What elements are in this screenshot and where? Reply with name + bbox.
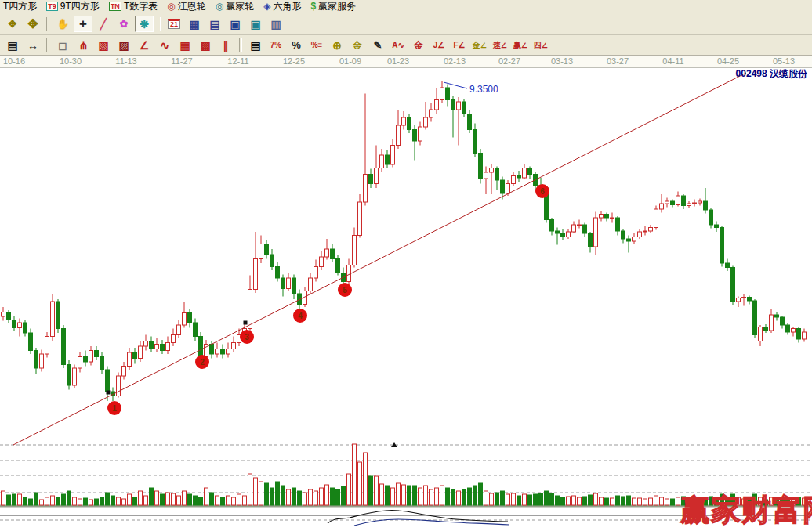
menu-item-3[interactable]: TNT数字表: [107, 0, 165, 13]
menu-item-4[interactable]: ◎江恩轮: [165, 0, 212, 13]
angle-rays-button[interactable]: ∠: [135, 37, 154, 53]
gann-trendline[interactable]: [13, 73, 746, 445]
volume-bar: [545, 491, 549, 505]
trendline-handle[interactable]: [244, 321, 248, 325]
volume-bar: [292, 488, 296, 505]
candle: [13, 316, 16, 331]
candle: [320, 251, 324, 271]
calculator-button[interactable]: ▦: [185, 16, 204, 32]
gold-angle-button[interactable]: 金∠: [470, 37, 489, 53]
candle: [512, 172, 516, 186]
calendar-button[interactable]: 21: [165, 16, 183, 32]
trendline-tool-icon: ╱: [100, 19, 107, 29]
gold-circle-button[interactable]: ⊕: [328, 37, 346, 53]
scale-list-button[interactable]: ▤: [246, 37, 265, 53]
volume-bar: [216, 496, 219, 505]
save-button[interactable]: ▣: [226, 16, 245, 32]
brush-button[interactable]: ✎: [368, 37, 387, 53]
grid-button[interactable]: ▦: [176, 37, 194, 53]
bar-width-button[interactable]: ↔: [24, 37, 42, 53]
save-web-button[interactable]: ▣: [246, 16, 265, 32]
menu-item-5[interactable]: ◎赢家轮: [213, 0, 261, 13]
menu-item-1[interactable]: T四方形: [1, 0, 44, 13]
candle: [775, 312, 779, 321]
fan-box-button[interactable]: ▧: [94, 37, 113, 53]
candle: [589, 232, 593, 253]
candle: [216, 343, 219, 358]
candle: [572, 222, 576, 234]
four-angle-icon: 四∠: [534, 42, 548, 49]
trendline-tool-button[interactable]: ╱: [94, 16, 113, 32]
zoom-compress-button[interactable]: ✥: [3, 16, 22, 32]
volume-bar: [270, 488, 274, 505]
percent-button[interactable]: %: [287, 37, 306, 53]
toolbar-separator: [46, 17, 49, 31]
volume-bar: [397, 483, 401, 505]
gann-fan-button[interactable]: ⋔: [74, 37, 92, 53]
candle: [254, 232, 258, 293]
grid-icon: ▦: [179, 40, 190, 51]
candle: [561, 229, 565, 241]
volume-bar: [166, 493, 170, 505]
parallel-lines-button[interactable]: ∥: [216, 37, 235, 53]
select-box-button[interactable]: ◻: [53, 37, 72, 53]
toolbar-primary: ✥✥✋+╱✿❋21▦▤▣▣▥: [0, 13, 812, 35]
brain-tool-button[interactable]: ❋: [135, 16, 154, 32]
ruler-ticks-button[interactable]: ▤: [3, 37, 22, 53]
send-pc-button[interactable]: ▥: [266, 16, 285, 32]
volume-bar: [375, 476, 379, 505]
candle: [391, 139, 395, 168]
j-angle-button[interactable]: J∠: [430, 37, 448, 53]
four-angle-button[interactable]: 四∠: [531, 37, 550, 53]
winner-wheel-icon: ◎: [216, 2, 223, 11]
zoom-expand-button[interactable]: ✥: [24, 16, 42, 32]
win-angle-button[interactable]: 赢∠: [511, 37, 530, 53]
calculator-icon: ▦: [189, 19, 199, 30]
volume-bar: [594, 493, 598, 505]
candle: [353, 228, 357, 268]
indicator-line-blue: [354, 519, 509, 526]
notebook-button[interactable]: ▤: [205, 16, 224, 32]
candle: [155, 338, 159, 352]
wave-a-button[interactable]: A∿: [389, 37, 408, 53]
candle: [803, 329, 807, 342]
hand-tool-button[interactable]: ✋: [53, 16, 72, 32]
candle: [100, 352, 104, 374]
candle: [2, 307, 5, 321]
candle: [451, 96, 455, 138]
speed-angle-button[interactable]: 速∠: [491, 37, 509, 53]
chart-canvas[interactable]: 123456赢家财富网9.3500002498 汉缆股份: [0, 67, 812, 531]
high-price-annotation: 9.3500: [444, 82, 498, 95]
candle: [24, 320, 27, 337]
menu-item-6[interactable]: ◈六角形: [261, 0, 308, 13]
candle: [270, 249, 274, 270]
ruler-ticks-icon: ▤: [7, 40, 17, 51]
grid-arrow-button[interactable]: ▩: [196, 37, 215, 53]
pattern-tool-button[interactable]: ✿: [114, 16, 133, 32]
candle: [649, 225, 653, 233]
menu-item-7[interactable]: $赢家服务: [308, 0, 363, 13]
candle: [622, 229, 625, 244]
volume-bar: [506, 494, 510, 505]
percent-lines-button[interactable]: %≡: [307, 37, 326, 53]
candle: [665, 198, 669, 208]
zigzag-button[interactable]: ∿: [155, 37, 174, 53]
f-angle-button[interactable]: F∠: [450, 37, 469, 53]
fan-box-solid-button[interactable]: ▨: [114, 37, 133, 53]
trendline-handle[interactable]: [107, 391, 111, 395]
volume-bar: [232, 497, 236, 505]
candle: [89, 346, 93, 366]
volume-bar: [56, 497, 60, 505]
volume-bar: [67, 491, 71, 505]
percent-retrace-button[interactable]: 7%: [266, 37, 285, 53]
volume-bar: [144, 496, 148, 505]
gold-lines-button[interactable]: 金: [348, 37, 367, 53]
volume-bar: [457, 491, 461, 505]
volume-bar: [589, 495, 593, 505]
candle: [265, 240, 269, 259]
crosshair-tool-button[interactable]: +: [74, 16, 92, 32]
menu-item-2[interactable]: T99T四方形: [44, 0, 107, 13]
gold-underline-button[interactable]: 金: [409, 37, 428, 53]
candle: [687, 201, 691, 208]
volume-bar: [567, 497, 571, 505]
